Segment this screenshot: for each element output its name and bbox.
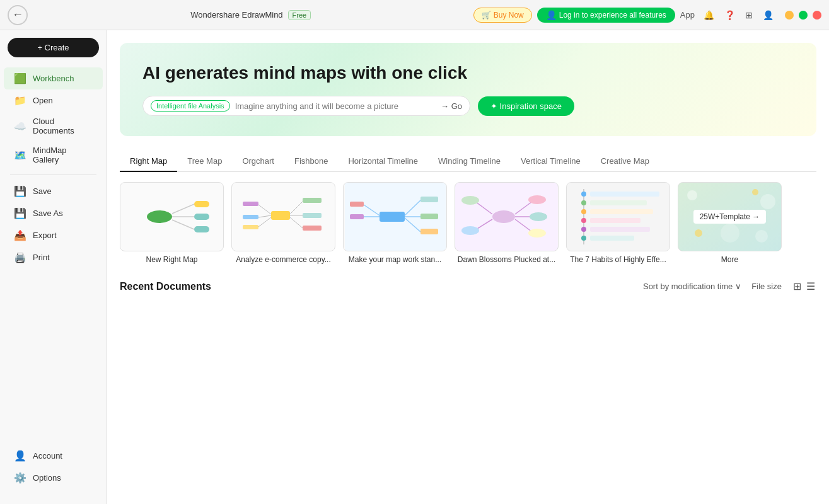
sidebar-item-save[interactable]: 💾 Save	[4, 180, 103, 202]
sidebar-bottom: 👤 Account ⚙️ Options	[0, 445, 107, 496]
template-cards: New Right Map	[120, 182, 816, 264]
content-area: AI generates mind maps with one click In…	[107, 30, 829, 504]
n6	[243, 225, 258, 229]
card-label-new-right-map: New Right Map	[120, 255, 224, 264]
free-badge: Free	[288, 10, 311, 20]
card-dawn-blossoms[interactable]: Dawn Blossoms Plucked at...	[455, 182, 559, 264]
template-section: Right Map Tree Map Orgchart Fishbone Hor…	[120, 151, 816, 264]
cloud-icon: ☁️	[14, 120, 26, 132]
workbench-label: Workbench	[33, 74, 74, 83]
user-icon[interactable]: 👤	[762, 9, 775, 21]
more-card-overlay: 25W+Template →	[678, 183, 781, 251]
sidebar-item-cloud[interactable]: ☁️ Cloud Documents	[4, 112, 103, 140]
bell-icon[interactable]: 🔔	[702, 9, 716, 21]
card-image-more: 25W+Template →	[678, 182, 782, 251]
account-label: Account	[33, 451, 62, 461]
cn	[271, 211, 290, 220]
saveas-label: Save As	[33, 209, 63, 218]
open-icon: 📁	[14, 94, 26, 106]
help-icon[interactable]: ❓	[723, 9, 736, 21]
dot2	[581, 200, 586, 205]
bar5	[590, 227, 650, 232]
sidebar-item-workbench[interactable]: 🟩 Workbench	[4, 67, 103, 89]
right-map-preview-svg	[131, 188, 213, 245]
n5	[350, 214, 364, 219]
dot6	[581, 236, 586, 241]
n1	[528, 195, 546, 204]
minimize-button[interactable]: −	[785, 11, 794, 20]
export-label: Export	[33, 231, 57, 240]
n3	[528, 229, 546, 238]
app-label: App	[680, 10, 695, 20]
card-7-habits[interactable]: The 7 Habits of Highly Effe...	[566, 182, 670, 264]
tab-vertical-timeline[interactable]: Vertical Timeline	[511, 151, 591, 172]
sidebar-item-account[interactable]: 👤 Account	[4, 445, 103, 467]
sidebar-item-export[interactable]: 📤 Export	[4, 224, 103, 246]
branch-line-3	[172, 220, 194, 229]
cloud-label: Cloud Documents	[33, 117, 93, 135]
n4	[350, 202, 364, 207]
card-ecommerce[interactable]: Analyze e-commerce copy...	[231, 182, 335, 264]
card-new-right-map[interactable]: New Right Map	[120, 182, 224, 264]
tab-winding-timeline[interactable]: Winding Timeline	[428, 151, 511, 172]
dot5	[581, 227, 586, 232]
bar3	[590, 209, 653, 214]
login-button[interactable]: 👤 Log in to experience all features	[537, 8, 675, 23]
branch-node-1	[194, 201, 209, 207]
7-habits-svg	[568, 183, 669, 251]
sidebar-item-gallery[interactable]: 🗺️ MindMap Gallery	[4, 140, 103, 169]
n3	[303, 226, 322, 231]
card-more[interactable]: 25W+Template → More	[678, 182, 782, 264]
more-badge: 25W+Template →	[693, 210, 767, 224]
list-view-button[interactable]: ☰	[805, 279, 816, 294]
card-image-dawn-blossoms	[455, 182, 559, 251]
print-label: Print	[33, 253, 50, 262]
dot4	[581, 218, 586, 223]
center-node	[147, 210, 172, 223]
sidebar-item-saveas[interactable]: 💾 Save As	[4, 202, 103, 224]
titlebar: ← Wondershare EdrawMind Free 🛒 Buy Now 👤…	[0, 0, 829, 30]
save-label: Save	[33, 186, 52, 196]
grid-view-button[interactable]: ⊞	[792, 279, 803, 294]
create-button[interactable]: + Create	[8, 38, 99, 57]
tab-horizontal-timeline[interactable]: Horizontal Timeline	[338, 151, 428, 172]
card-image-map-work	[343, 182, 447, 251]
options-icon: ⚙️	[14, 472, 26, 484]
back-button[interactable]: ←	[8, 5, 28, 25]
window-controls: − □ ×	[785, 11, 821, 20]
tab-creative-map[interactable]: Creative Map	[591, 151, 659, 172]
n3	[420, 229, 438, 234]
grid-icon[interactable]: ⊞	[744, 9, 754, 21]
tab-right-map[interactable]: Right Map	[120, 151, 177, 172]
sidebar-top: + Create 🟩 Workbench 📁 Open ☁️ Cloud Doc…	[0, 38, 107, 445]
main-layout: + Create 🟩 Workbench 📁 Open ☁️ Cloud Doc…	[0, 30, 829, 504]
sidebar-item-open[interactable]: 📁 Open	[4, 89, 103, 112]
sidebar-item-print[interactable]: 🖨️ Print	[4, 246, 103, 268]
tab-orgchart[interactable]: Orgchart	[232, 151, 284, 172]
sidebar: + Create 🟩 Workbench 📁 Open ☁️ Cloud Doc…	[0, 30, 107, 504]
card-image-new-right-map	[120, 182, 224, 251]
hero-search-input[interactable]	[235, 101, 436, 111]
template-tabs: Right Map Tree Map Orgchart Fishbone Hor…	[120, 151, 816, 172]
buy-now-button[interactable]: 🛒 Buy Now	[473, 8, 531, 23]
gallery-label: MindMap Gallery	[33, 146, 93, 164]
app-name: Wondershare EdrawMind	[190, 10, 282, 20]
tab-fishbone[interactable]: Fishbone	[284, 151, 338, 172]
titlebar-left: ←	[8, 5, 28, 25]
hero-banner: AI generates mind maps with one click In…	[120, 43, 816, 136]
tab-tree-map[interactable]: Tree Map	[177, 151, 232, 172]
inspiration-button[interactable]: ✦ Inspiration space	[478, 96, 574, 116]
recent-documents-header: Recent Documents Sort by modification ti…	[120, 279, 816, 294]
maximize-button[interactable]: □	[799, 11, 808, 20]
card-label-dawn-blossoms: Dawn Blossoms Plucked at...	[455, 255, 559, 264]
login-icon: 👤	[546, 10, 557, 20]
sort-button[interactable]: Sort by modification time ∨	[643, 282, 741, 291]
hero-go-button[interactable]: → Go	[441, 101, 462, 111]
hero-title: AI generates mind maps with one click	[142, 63, 794, 83]
sidebar-item-options[interactable]: ⚙️ Options	[4, 467, 103, 489]
card-map-work[interactable]: Make your map work stan...	[343, 182, 447, 264]
n4	[461, 196, 479, 205]
sort-label: Sort by modification time	[643, 282, 733, 291]
saveas-icon: 💾	[14, 207, 26, 219]
close-button[interactable]: ×	[813, 11, 821, 20]
